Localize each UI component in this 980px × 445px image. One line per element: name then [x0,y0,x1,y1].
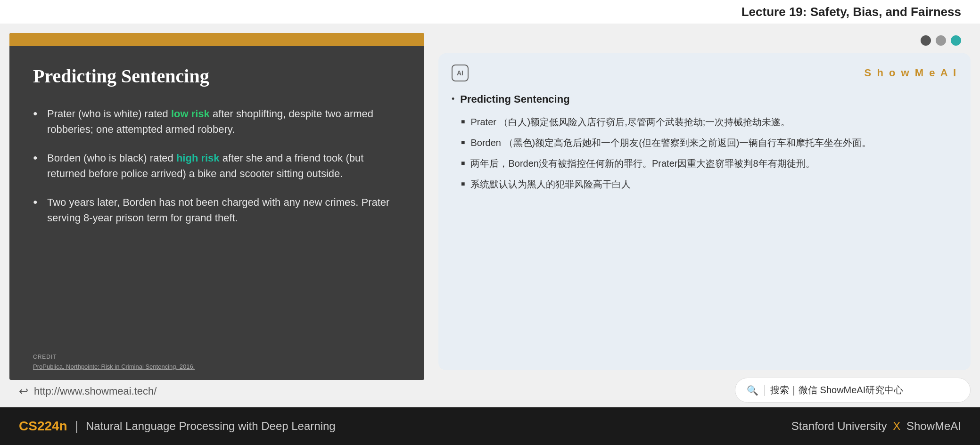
footer-university: Stanford University [791,420,887,432]
footer-course: CS224n [19,419,67,434]
ai-sub-bullet-4-text: 系统默认认为黑人的犯罪风险高干白人 [470,177,631,191]
bullet-2: Borden (who is black) rated high risk af… [33,150,401,181]
slide-title: Predicting Sentencing [33,65,401,87]
ai-sub-bullet-3: ■ 两年后，Borden没有被指控任何新的罪行。Prater因重大盗窃罪被判8年… [461,156,957,170]
footer-x: X [893,420,900,432]
slide-container: Predicting Sentencing Prater (who is whi… [9,33,424,380]
square-bullet-4: ■ [461,179,465,191]
slide-bullets: Prater (who is white) rated low risk aft… [33,106,401,340]
ai-icon-label: AI [457,69,463,77]
bullet-2-highlight: high risk [176,152,220,164]
ai-icon: AI [452,65,469,81]
footer: CS224n | Natural Language Processing wit… [0,407,980,445]
ai-main-bullet-text: Predicting Sentencing [460,91,569,107]
bullet-1-before: Prater (who is white) rated [47,108,171,120]
top-bar: Lecture 19: Safety, Bias, and Fairness [0,0,980,24]
bullet-1-highlight: low risk [171,108,210,120]
slide-top-bar [9,33,424,46]
credit-link[interactable]: ProPublica. Northpointe: Risk in Crimina… [33,363,195,370]
square-bullet-1: ■ [461,117,465,129]
square-bullet-3: ■ [461,158,465,170]
ai-sub-bullet-2-text: Borden （黑色)额定高危后她和一个朋友(但在警察到来之前返回)一辆自行车和… [470,136,871,150]
ai-sub-bullet-1: ■ Prater （白人)额定低风险入店行窃后,尽管两个武装抢劫;一次持械抢劫未… [461,115,957,129]
slide-footer: CREDIT ProPublica. Northpointe: Risk in … [9,354,424,380]
ai-sub-bullet-4: ■ 系统默认认为黑人的犯罪风险高干白人 [461,177,957,191]
dots-row [438,33,971,46]
square-bullet-2: ■ [461,138,465,150]
right-panel: AI S h o w M e A I • Predicting Sentenci… [434,24,980,407]
main-content: Predicting Sentencing Prater (who is whi… [0,24,980,407]
dot-3[interactable] [951,35,961,46]
ai-notes-content: • Predicting Sentencing ■ Prater （白人)额定低… [452,91,957,191]
ai-sub-bullets: ■ Prater （白人)额定低风险入店行窃后,尽管两个武装抢劫;一次持械抢劫未… [461,115,957,191]
lecture-title: Lecture 19: Safety, Bias, and Fairness [741,5,961,19]
search-divider [764,385,765,396]
url-bar: ↩ http://www.showmeai.tech/ [9,380,424,403]
ai-sub-bullet-3-text: 两年后，Borden没有被指控任何新的罪行。Prater因重大盗窃罪被判8年有期… [470,156,815,170]
search-icon: 🔍 [747,385,758,396]
credit-label: CREDIT [33,354,401,360]
footer-left: CS224n | Natural Language Processing wit… [19,419,336,434]
dot-1[interactable] [921,35,931,46]
bullet-1: Prater (who is white) rated low risk aft… [33,106,401,137]
bullet-3-text: Two years later, Borden has not been cha… [47,196,389,224]
ai-card-header: AI S h o w M e A I [452,65,957,81]
url-icon: ↩ [19,385,28,398]
search-bar[interactable]: 🔍 搜索｜微信 ShowMeAI研究中心 [735,378,971,403]
bullet-3: Two years later, Borden has not been cha… [33,194,401,226]
showmeai-brand: S h o w M e A I [865,67,957,79]
footer-subtitle: Natural Language Processing with Deep Le… [86,420,336,433]
ai-notes-card: AI S h o w M e A I • Predicting Sentenci… [438,53,971,370]
url-text: http://www.showmeai.tech/ [34,385,156,397]
ai-main-bullet: • Predicting Sentencing [452,91,957,107]
dot-2[interactable] [936,35,946,46]
ai-sub-bullet-1-text: Prater （白人)额定低风险入店行窃后,尽管两个武装抢劫;一次持械抢劫未遂。 [470,115,790,129]
footer-divider: | [75,419,78,434]
ai-sub-bullet-2: ■ Borden （黑色)额定高危后她和一个朋友(但在警察到来之前返回)一辆自行… [461,136,957,150]
footer-right: Stanford University X ShowMeAI [791,420,961,433]
main-bullet-dot: • [452,92,454,107]
bullet-2-before: Borden (who is black) rated [47,152,176,164]
slide-area: Predicting Sentencing Prater (who is whi… [0,24,434,407]
slide-body: Predicting Sentencing Prater (who is whi… [9,46,424,354]
footer-brand: ShowMeAI [906,420,961,432]
search-label: 搜索｜微信 ShowMeAI研究中心 [770,384,903,396]
